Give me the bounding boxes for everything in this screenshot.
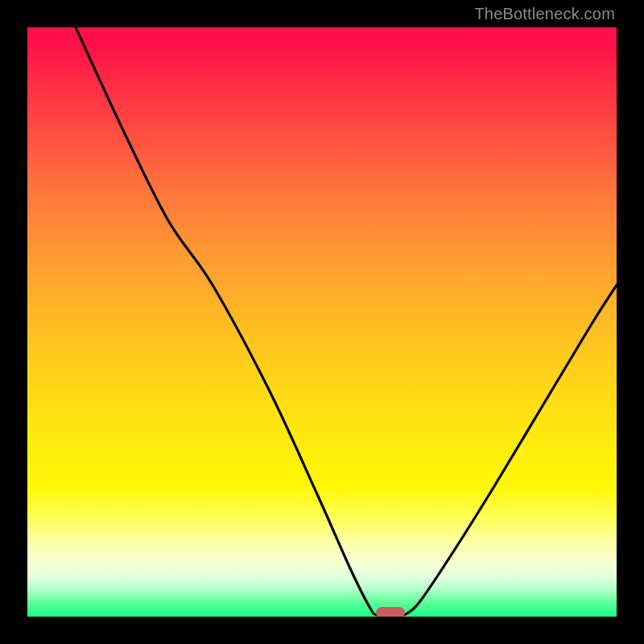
chart-frame: TheBottleneck.com	[0, 0, 644, 644]
bottleneck-curve	[27, 27, 617, 617]
watermark-text: TheBottleneck.com	[474, 5, 615, 23]
plot-area	[27, 27, 617, 617]
optimum-marker	[376, 607, 405, 617]
